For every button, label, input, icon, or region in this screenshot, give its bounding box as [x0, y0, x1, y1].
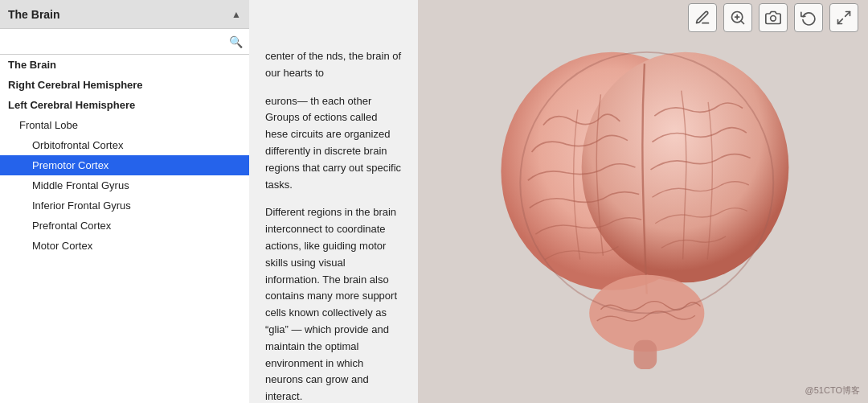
- svg-line-5: [845, 12, 850, 17]
- dropdown-title: The Brain: [8, 8, 60, 21]
- tree-item-the-brain[interactable]: The Brain: [0, 55, 249, 75]
- svg-line-1: [741, 21, 744, 24]
- tree-item-left-cerebral[interactable]: Left Cerebral Hemisphere: [0, 95, 249, 115]
- tree-item-middle-frontal-gyrus[interactable]: Middle Frontal Gyrus: [0, 175, 249, 195]
- left-panel: The Brain ▲ 🔍 The BrainRight Cerebral He…: [0, 0, 249, 403]
- svg-point-8: [582, 51, 789, 282]
- svg-rect-10: [634, 339, 657, 368]
- svg-point-4: [771, 16, 776, 22]
- zoom-in-button[interactable]: [723, 3, 752, 32]
- rotate-button[interactable]: [794, 3, 823, 32]
- watermark: @51CTO博客: [805, 384, 860, 397]
- tree-item-prefrontal-cortex[interactable]: Prefrontal Cortex: [0, 216, 249, 236]
- pencil-button[interactable]: [688, 3, 717, 32]
- content-panel: center of the nds, the brain of our hear…: [249, 0, 418, 403]
- search-icon: 🔍: [229, 35, 243, 48]
- content-paragraph: Different regions in the brain interconn…: [265, 204, 402, 403]
- tree-item-right-cerebral[interactable]: Right Cerebral Hemisphere: [0, 75, 249, 95]
- brain-illustration: [474, 33, 812, 371]
- tree-item-frontal-lobe[interactable]: Frontal Lobe: [0, 115, 249, 135]
- content-fade: [249, 0, 418, 48]
- tree-list: The BrainRight Cerebral HemisphereLeft C…: [0, 55, 249, 403]
- main-layout: The Brain ▲ 🔍 The BrainRight Cerebral He…: [0, 0, 868, 403]
- content-paragraph: eurons— th each other Groups of ections …: [265, 93, 402, 194]
- search-input[interactable]: [6, 35, 226, 47]
- tree-item-orbitofrontal-cortex[interactable]: Orbitofrontal Cortex: [0, 135, 249, 155]
- dropdown-header[interactable]: The Brain ▲: [0, 0, 249, 29]
- toolbar: [678, 0, 868, 35]
- content-paragraph: center of the nds, the brain of our hear…: [265, 48, 402, 82]
- camera-button[interactable]: [759, 3, 788, 32]
- tree-item-motor-cortex[interactable]: Motor Cortex: [0, 236, 249, 256]
- search-box: 🔍: [0, 29, 249, 55]
- dropdown-arrow-icon: ▲: [231, 9, 241, 20]
- content-text: center of the nds, the brain of our hear…: [265, 48, 402, 403]
- tree-item-premotor-cortex[interactable]: Premotor Cortex: [0, 155, 249, 175]
- fullscreen-button[interactable]: [829, 3, 858, 32]
- tree-item-inferior-frontal-gyrus[interactable]: Inferior Frontal Gyrus: [0, 195, 249, 216]
- brain-panel: @51CTO博客: [418, 0, 868, 403]
- svg-line-6: [838, 19, 843, 24]
